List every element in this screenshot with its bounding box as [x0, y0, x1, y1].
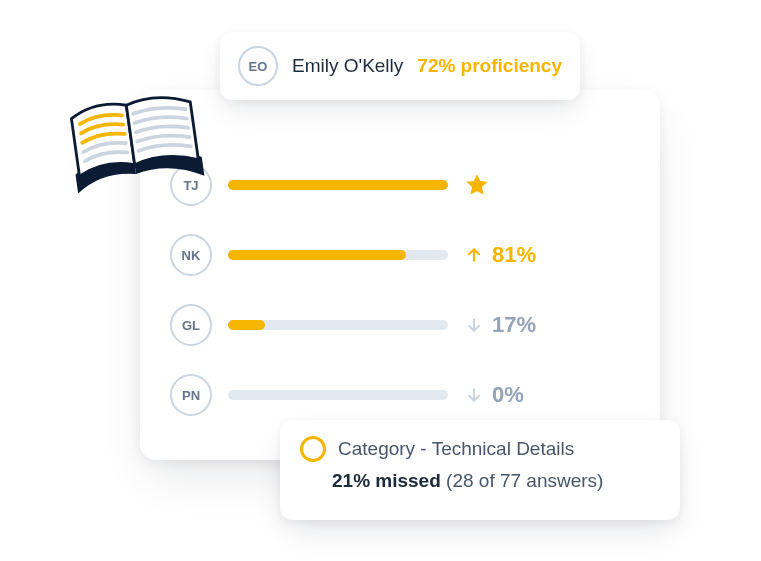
proficiency-rows: TJ NK 81% GL [170, 150, 630, 430]
progress-track [228, 390, 448, 400]
arrow-down-icon [464, 385, 484, 405]
progress-track [228, 180, 448, 190]
progress-fill [228, 250, 406, 260]
header-proficiency: 72% proficiency [417, 55, 562, 77]
row-value: 17% [492, 312, 536, 338]
proficiency-row: NK 81% [170, 220, 630, 290]
header-pill: EO Emily O'Kelly 72% proficiency [220, 32, 580, 100]
header-avatar: EO [238, 46, 278, 86]
category-pill: Category - Technical Details 21% missed … [280, 420, 680, 520]
arrow-up-icon [464, 245, 484, 265]
row-value: 81% [492, 242, 536, 268]
progress-track [228, 250, 448, 260]
arrow-down-icon [464, 315, 484, 335]
row-value: 0% [492, 382, 524, 408]
missed-detail: (28 of 77 answers) [446, 470, 603, 491]
header-name: Emily O'Kelly [292, 55, 403, 77]
proficiency-row: GL 17% [170, 290, 630, 360]
avatar-initials: PN [170, 374, 212, 416]
missed-percent: 21% missed [332, 470, 441, 491]
progress-fill [228, 320, 265, 330]
category-label: Category - Technical Details [338, 438, 574, 460]
row-tail: 0% [464, 382, 574, 408]
avatar-initials: GL [170, 304, 212, 346]
ring-icon [300, 436, 326, 462]
category-stats: 21% missed (28 of 77 answers) [300, 470, 660, 492]
progress-track [228, 320, 448, 330]
row-tail [464, 172, 574, 198]
book-icon [60, 80, 210, 200]
star-icon [464, 172, 490, 198]
row-tail: 17% [464, 312, 574, 338]
proficiency-card: TJ NK 81% GL [140, 90, 660, 460]
row-tail: 81% [464, 242, 574, 268]
avatar-initials: NK [170, 234, 212, 276]
proficiency-row: TJ [170, 150, 630, 220]
progress-fill [228, 180, 448, 190]
